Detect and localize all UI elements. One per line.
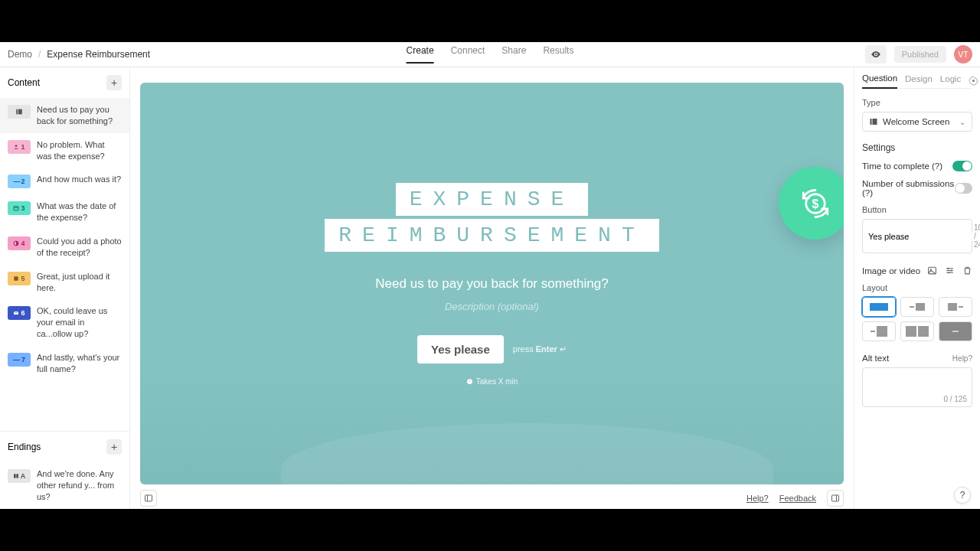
question-number: 7: [21, 355, 25, 364]
svg-rect-8: [16, 474, 18, 478]
endings-header-label: Endings: [8, 442, 41, 452]
short-text-icon: —: [13, 355, 20, 364]
tab-results[interactable]: Results: [543, 45, 573, 64]
question-badge: 6: [8, 306, 31, 320]
coin-badge: $: [779, 167, 844, 240]
form-title[interactable]: Expense Reimbursement: [325, 181, 658, 253]
question-text: And lastly, what's your full name?: [37, 352, 122, 375]
help-link[interactable]: Help?: [746, 494, 769, 503]
ending-letter: A: [21, 471, 26, 481]
alt-text-input[interactable]: 0 / 125: [862, 367, 972, 407]
delete-image-button[interactable]: [962, 266, 972, 276]
svg-rect-9: [14, 474, 16, 478]
feedback-link[interactable]: Feedback: [779, 494, 816, 503]
form-subtitle[interactable]: Need us to pay you back for something?: [375, 276, 608, 292]
svg-text:$: $: [812, 197, 818, 210]
alt-text-label: Alt text: [862, 354, 889, 363]
question-item-1[interactable]: 1 No problem. What was the expense?: [0, 133, 129, 168]
content-header-label: Content: [8, 77, 40, 88]
question-badge: 1: [8, 140, 31, 154]
ending-text: And we're done. Any other refund y... fr…: [37, 468, 122, 503]
panel-tab-logic[interactable]: Logic: [940, 74, 962, 88]
time-hint: Takes X min: [466, 377, 518, 386]
eye-icon: [871, 49, 881, 60]
gear-icon: [969, 76, 978, 86]
question-badge: — 7: [8, 353, 31, 367]
question-item-4[interactable]: 4 Could you add a photo of the receipt?: [0, 230, 129, 265]
image-settings-button[interactable]: [945, 266, 955, 276]
type-select[interactable]: Welcome Screen ⌄: [862, 112, 972, 132]
question-item-6[interactable]: 6 OK, could leave us your email in ca...…: [0, 299, 129, 346]
svg-rect-18: [871, 119, 872, 125]
alt-help-link[interactable]: Help?: [952, 354, 972, 363]
add-ending-button[interactable]: +: [106, 439, 122, 455]
topbar-right: Published VT: [865, 45, 972, 64]
publish-button[interactable]: Published: [894, 46, 946, 63]
question-badge: 4: [8, 236, 31, 250]
toggle-sidebar-right-button[interactable]: [827, 490, 844, 507]
question-item-3[interactable]: 3 What was the date of the expense?: [0, 194, 129, 230]
form-canvas[interactable]: $ Expense Reimbursement Need us to pay y…: [140, 83, 844, 484]
ending-item-A[interactable]: A And we're done. Any other refund y... …: [0, 462, 129, 509]
question-number: 2: [21, 177, 24, 186]
button-text-input[interactable]: [868, 232, 974, 241]
svg-point-25: [947, 268, 949, 269]
ending-icon: [13, 473, 19, 479]
question-item-0[interactable]: Need us to pay you back for something?: [0, 98, 129, 133]
tab-share[interactable]: Share: [501, 45, 526, 64]
layout-opt-1[interactable]: [862, 297, 896, 317]
clock-icon: [466, 378, 473, 385]
svg-rect-13: [145, 495, 152, 501]
panel-tab-question[interactable]: Question: [862, 73, 897, 89]
button-label: Button: [862, 205, 972, 214]
breadcrumb-root[interactable]: Demo: [8, 49, 32, 60]
topbar: Demo / Expense Reimbursement Create Conn…: [0, 42, 980, 67]
question-text: No problem. What was the expense?: [37, 139, 122, 162]
press-enter-hint: press Enter ↵: [513, 344, 567, 354]
panel-tab-design[interactable]: Design: [905, 74, 933, 88]
submissions-toggle[interactable]: [955, 183, 972, 194]
question-item-2[interactable]: — 2 And how much was it?: [0, 168, 129, 194]
add-content-button[interactable]: +: [106, 75, 122, 90]
svg-rect-3: [14, 207, 18, 210]
cta-row: Yes please press Enter ↵: [417, 335, 567, 364]
time-to-complete-toggle[interactable]: [952, 161, 972, 171]
layout-opt-6[interactable]: [939, 321, 972, 341]
svg-rect-15: [832, 495, 839, 501]
panel-right-icon: [831, 494, 840, 503]
question-text: Great, just upload it here.: [37, 271, 122, 294]
content-header: Content +: [0, 67, 129, 98]
tab-connect[interactable]: Connect: [451, 45, 485, 64]
toggle-sidebar-left-button[interactable]: [140, 490, 157, 507]
svg-point-2: [15, 145, 18, 147]
tab-create[interactable]: Create: [407, 45, 434, 64]
layout-opt-5[interactable]: [900, 321, 934, 341]
help-fab[interactable]: ?: [954, 487, 971, 504]
welcome-icon: [15, 108, 23, 116]
breadcrumb-current[interactable]: Expense Reimbursement: [47, 49, 150, 60]
layout-grid: [862, 297, 972, 341]
canvas-wrap: $ Expense Reimbursement Need us to pay y…: [130, 67, 854, 509]
layout-label: Layout: [862, 283, 972, 292]
panel-settings-button[interactable]: [969, 76, 978, 86]
svg-point-26: [951, 269, 952, 271]
layout-opt-3[interactable]: [939, 297, 972, 317]
form-description-placeholder[interactable]: Description (optional): [445, 301, 539, 312]
layout-opt-2[interactable]: [900, 297, 934, 317]
preview-button[interactable]: [865, 45, 887, 64]
breadcrumb: Demo / Expense Reimbursement: [8, 49, 150, 60]
start-button[interactable]: Yes please: [417, 335, 504, 364]
avatar[interactable]: VT: [954, 45, 972, 64]
person-icon: [13, 144, 19, 150]
canvas-footer: Help? Feedback: [130, 487, 854, 509]
question-item-5[interactable]: 5 Great, just upload it here.: [0, 265, 129, 300]
add-image-button[interactable]: [927, 266, 937, 276]
welcome-icon: [869, 117, 878, 126]
image-video-label: Image or video: [862, 266, 920, 276]
nav-tabs: Create Connect Share Results: [407, 45, 574, 64]
content-list: Need us to pay you back for something? 1…: [0, 98, 129, 431]
question-item-7[interactable]: — 7 And lastly, what's your full name?: [0, 346, 129, 381]
layout-opt-4[interactable]: [862, 321, 896, 341]
question-text: What was the date of the expense?: [37, 201, 122, 223]
submissions-label: Number of submissions (?): [862, 179, 955, 197]
